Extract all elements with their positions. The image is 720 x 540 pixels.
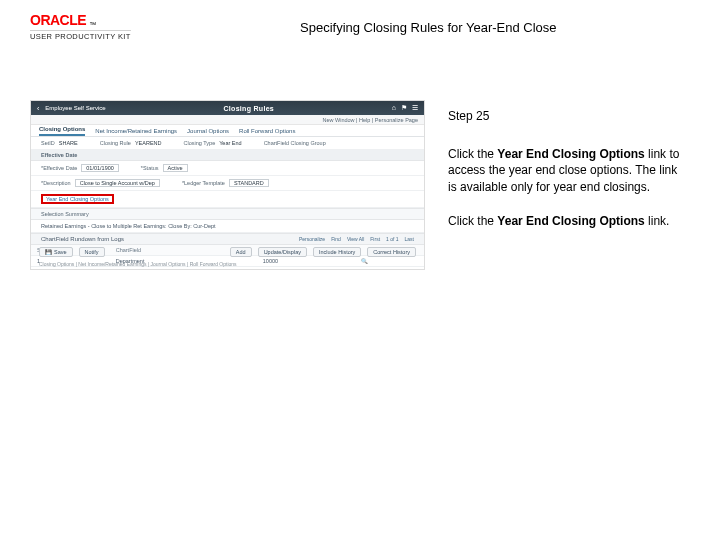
oracle-wordmark: ORACLE [30,12,86,28]
update-display-label: Update/Display [264,249,301,255]
flag-icon[interactable]: ⚑ [401,104,407,112]
closing-rule-label: Closing Rule [100,140,131,146]
field-row-1: SetIDSHARE Closing RuleYEAREND Closing T… [31,137,424,150]
product-name: USER PRODUCTIVITY KIT [30,30,131,41]
trademark-symbol: ™ [89,21,96,28]
correct-history-button[interactable]: Correct History [367,247,416,257]
sub-toolbar-links[interactable]: New Window | Help | Personalize Page [323,117,419,123]
field-row-3: *DescriptionClose to Single Account w/De… [31,176,424,191]
correct-history-label: Correct History [373,249,410,255]
add-button[interactable]: Add [230,247,252,257]
chartfield-rundown-header: ChartField Rundown from Logs Personalize… [31,233,424,245]
selection-summary-text: Retained Earnings - Close to Multiple Re… [31,220,424,233]
app-titlebar: ‹ Employee Self Service Closing Rules ⌂ … [31,101,424,115]
field-row-2: *Effective Date01/01/1900 *StatusActive [31,161,424,176]
brand-logo: ORACLE ™ [30,12,131,28]
instruction-panel: Step 25 Click the Year End Closing Optio… [448,108,688,247]
cell-value[interactable]: 10000 [257,256,356,267]
link-row: Year End Closing Options [31,191,424,208]
titlebar-icons: ⌂ ⚑ ☰ [392,104,418,112]
update-display-button[interactable]: Update/Display [258,247,307,257]
ledger-template-label: *Ledger Template [182,180,225,186]
instruction-paragraph-2: Click the Year End Closing Options link. [448,213,688,229]
setid-label: SetID [41,140,55,146]
closing-type-label: Closing Type [184,140,216,146]
include-history-button[interactable]: Include History [313,247,361,257]
view-all-link[interactable]: View All [347,236,364,242]
page-footer: 💾Save Notify Add Update/Display Include … [39,247,416,257]
back-chevron-icon[interactable]: ‹ [37,105,39,112]
summary-text: Retained Earnings - Close to Multiple Re… [41,223,216,229]
embedded-screenshot: ‹ Employee Self Service Closing Rules ⌂ … [30,100,425,270]
ledger-template-input[interactable]: STANDARD [229,179,269,187]
instruction-paragraph-1: Click the Year End Closing Options link … [448,146,688,195]
section-title: ChartField Rundown from Logs [41,236,124,242]
tab-closing-options[interactable]: Closing Options [39,126,85,136]
year-end-closing-options-link[interactable]: Year End Closing Options [41,194,114,204]
instruction-link-name: Year End Closing Options [497,147,644,161]
tab-journal-options[interactable]: Journal Options [187,128,229,136]
instruction-text: Click the [448,214,497,228]
lookup-icon[interactable]: 🔍 [361,258,368,264]
closing-rule-value: YEAREND [135,140,162,146]
step-number: Step 25 [448,108,688,124]
find-link[interactable]: Find [331,236,341,242]
back-link-label[interactable]: Employee Self Service [45,105,105,111]
eff-date-label: *Effective Date [41,165,77,171]
setid-value: SHARE [59,140,78,146]
sub-toolbar: New Window | Help | Personalize Page [31,115,424,125]
save-button[interactable]: 💾Save [39,247,73,257]
home-icon[interactable]: ⌂ [392,104,396,112]
instruction-link-name: Year End Closing Options [497,214,644,228]
personalize-link[interactable]: Personalize [299,236,325,242]
tab-strip: Closing Options Net Income/Retained Earn… [31,125,424,137]
instruction-text: link. [645,214,670,228]
description-label: *Description [41,180,71,186]
cf-closing-group-label: ChartField Closing Group [264,140,326,146]
notify-label: Notify [85,249,99,255]
last-link[interactable]: Last [405,236,414,242]
effective-date-header: Effective Date [31,150,424,161]
notify-button[interactable]: Notify [79,247,105,257]
add-label: Add [236,249,246,255]
page-title: Specifying Closing Rules for Year-End Cl… [300,20,557,35]
description-input[interactable]: Close to Single Account w/Dep [75,179,160,187]
save-icon: 💾 [45,249,52,255]
status-select[interactable]: Active [163,164,188,172]
page-heading: Closing Rules [223,105,274,112]
save-label: Save [54,249,67,255]
row-counter: 1 of 1 [386,236,399,242]
selection-summary-header: Selection Summary [31,208,424,220]
eff-date-input[interactable]: 01/01/1900 [81,164,119,172]
bottom-tab-links[interactable]: Closing Options | Net Income/Retained Ea… [39,261,237,267]
grid-toolbar: Personalize Find View All First 1 of 1 L… [299,236,414,242]
first-link[interactable]: First [370,236,380,242]
tab-roll-forward[interactable]: Roll Forward Options [239,128,295,136]
tab-net-income[interactable]: Net Income/Retained Earnings [95,128,177,136]
brand-block: ORACLE ™ USER PRODUCTIVITY KIT [30,12,131,41]
instruction-text: Click the [448,147,497,161]
menu-icon[interactable]: ☰ [412,104,418,112]
closing-type-value: Year End [219,140,241,146]
include-history-label: Include History [319,249,355,255]
status-label: *Status [141,165,159,171]
